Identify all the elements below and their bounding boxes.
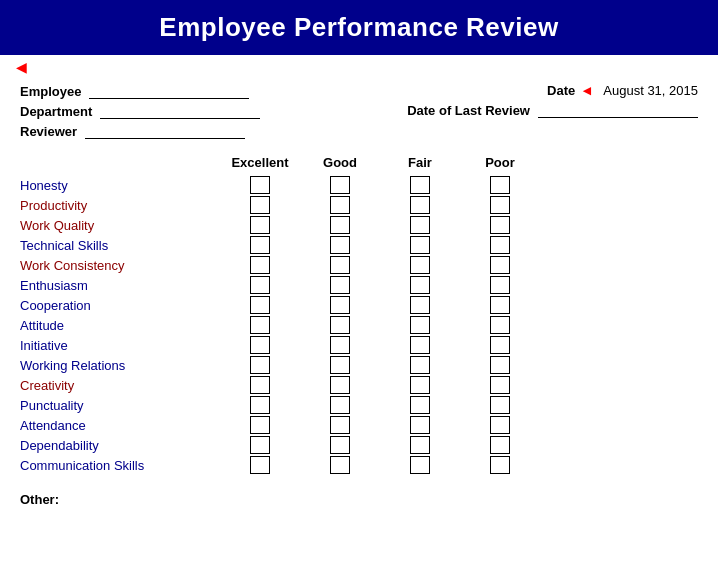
checkbox-poor-13[interactable] [490, 436, 510, 454]
checkbox-poor-6[interactable] [490, 296, 510, 314]
checkbox-excellent-11[interactable] [250, 396, 270, 414]
checkbox-good-11[interactable] [330, 396, 350, 414]
checkbox-good-3[interactable] [330, 236, 350, 254]
reviewer-input[interactable] [85, 123, 245, 139]
employee-row: Employee [20, 83, 260, 99]
checkbox-excellent-6[interactable] [250, 296, 270, 314]
checkbox-fair-13[interactable] [410, 436, 430, 454]
checkbox-good-13[interactable] [330, 436, 350, 454]
checkbox-col-poor [460, 396, 540, 414]
checkbox-fair-4[interactable] [410, 256, 430, 274]
checkbox-col-excellent [220, 216, 300, 234]
table-row: Technical Skills [20, 236, 698, 254]
checkbox-poor-0[interactable] [490, 176, 510, 194]
checkbox-fair-1[interactable] [410, 196, 430, 214]
checkbox-fair-14[interactable] [410, 456, 430, 474]
checkbox-col-good [300, 456, 380, 474]
checkbox-fair-5[interactable] [410, 276, 430, 294]
table-row: Punctuality [20, 396, 698, 414]
checkbox-good-10[interactable] [330, 376, 350, 394]
checkbox-fair-0[interactable] [410, 176, 430, 194]
checkbox-poor-9[interactable] [490, 356, 510, 374]
checkbox-col-poor [460, 276, 540, 294]
checkbox-poor-10[interactable] [490, 376, 510, 394]
checkbox-poor-4[interactable] [490, 256, 510, 274]
checkbox-excellent-9[interactable] [250, 356, 270, 374]
row-label: Punctuality [20, 398, 220, 413]
checkbox-fair-3[interactable] [410, 236, 430, 254]
checkbox-excellent-2[interactable] [250, 216, 270, 234]
row-label: Attitude [20, 318, 220, 333]
checkbox-poor-7[interactable] [490, 316, 510, 334]
form-right: Date ◀ August 31, 2015 Date of Last Revi… [407, 83, 698, 118]
checkbox-col-excellent [220, 416, 300, 434]
checkbox-excellent-14[interactable] [250, 456, 270, 474]
checkbox-col-fair [380, 236, 460, 254]
row-label: Work Quality [20, 218, 220, 233]
checkbox-good-6[interactable] [330, 296, 350, 314]
checkbox-excellent-13[interactable] [250, 436, 270, 454]
checkbox-excellent-8[interactable] [250, 336, 270, 354]
checkbox-col-good [300, 256, 380, 274]
checkbox-good-4[interactable] [330, 256, 350, 274]
checkbox-fair-9[interactable] [410, 356, 430, 374]
checkbox-col-excellent [220, 356, 300, 374]
department-row: Department [20, 103, 260, 119]
checkbox-good-2[interactable] [330, 216, 350, 234]
table-row: Dependability [20, 436, 698, 454]
table-row: Communication Skills [20, 456, 698, 474]
row-label: Dependability [20, 438, 220, 453]
checkbox-excellent-3[interactable] [250, 236, 270, 254]
checkbox-poor-12[interactable] [490, 416, 510, 434]
checkbox-good-8[interactable] [330, 336, 350, 354]
checkbox-excellent-10[interactable] [250, 376, 270, 394]
checkbox-excellent-0[interactable] [250, 176, 270, 194]
department-input[interactable] [100, 103, 260, 119]
date-row: Date ◀ August 31, 2015 [547, 83, 698, 98]
row-label: Attendance [20, 418, 220, 433]
checkbox-fair-10[interactable] [410, 376, 430, 394]
reviewer-row: Reviewer [20, 123, 260, 139]
checkbox-poor-2[interactable] [490, 216, 510, 234]
checkbox-excellent-4[interactable] [250, 256, 270, 274]
checkbox-poor-3[interactable] [490, 236, 510, 254]
row-label: Creativity [20, 378, 220, 393]
checkbox-col-good [300, 436, 380, 454]
checkbox-fair-2[interactable] [410, 216, 430, 234]
checkbox-fair-8[interactable] [410, 336, 430, 354]
checkbox-poor-11[interactable] [490, 396, 510, 414]
checkbox-excellent-5[interactable] [250, 276, 270, 294]
checkbox-fair-11[interactable] [410, 396, 430, 414]
checkbox-col-poor [460, 236, 540, 254]
checkbox-good-14[interactable] [330, 456, 350, 474]
checkbox-col-fair [380, 456, 460, 474]
checkbox-poor-1[interactable] [490, 196, 510, 214]
checkbox-good-0[interactable] [330, 176, 350, 194]
checkbox-col-good [300, 336, 380, 354]
checkbox-poor-8[interactable] [490, 336, 510, 354]
employee-input[interactable] [89, 83, 249, 99]
checkbox-good-5[interactable] [330, 276, 350, 294]
checkbox-fair-7[interactable] [410, 316, 430, 334]
checkbox-col-fair [380, 216, 460, 234]
checkbox-fair-12[interactable] [410, 416, 430, 434]
checkbox-col-poor [460, 316, 540, 334]
checkbox-good-1[interactable] [330, 196, 350, 214]
checkbox-fair-6[interactable] [410, 296, 430, 314]
checkbox-excellent-7[interactable] [250, 316, 270, 334]
checkbox-col-poor [460, 436, 540, 454]
date-value: August 31, 2015 [603, 83, 698, 98]
row-label: Work Consistency [20, 258, 220, 273]
last-review-input[interactable] [538, 102, 698, 118]
checkbox-excellent-12[interactable] [250, 416, 270, 434]
checkbox-good-7[interactable] [330, 316, 350, 334]
checkbox-good-12[interactable] [330, 416, 350, 434]
checkbox-good-9[interactable] [330, 356, 350, 374]
checkbox-col-fair [380, 296, 460, 314]
checkbox-poor-5[interactable] [490, 276, 510, 294]
checkbox-col-fair [380, 316, 460, 334]
row-label: Communication Skills [20, 458, 220, 473]
last-review-row: Date of Last Review [407, 102, 698, 118]
checkbox-excellent-1[interactable] [250, 196, 270, 214]
checkbox-poor-14[interactable] [490, 456, 510, 474]
